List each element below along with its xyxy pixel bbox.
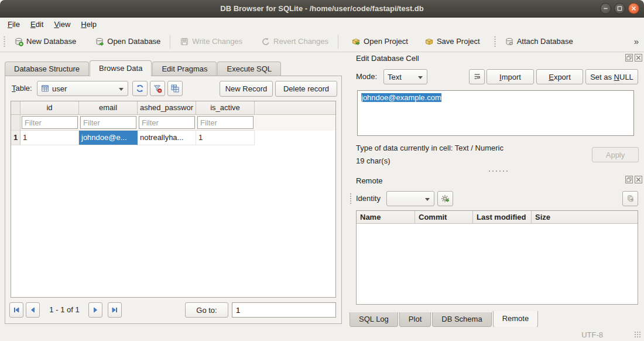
clone-database-button[interactable] xyxy=(622,191,638,206)
identity-label: Identity xyxy=(356,191,381,206)
menu-edit[interactable]: Edit xyxy=(25,18,49,31)
filter-input-email[interactable] xyxy=(80,116,136,129)
column-header-hashed-password[interactable]: ashed_passwor xyxy=(138,101,196,115)
new-database-button[interactable]: New Database xyxy=(9,34,81,49)
cell-id[interactable]: 1 xyxy=(20,131,79,145)
chevron-down-icon xyxy=(119,88,124,93)
remote-column-last-modified[interactable]: Last modified xyxy=(473,211,532,223)
resize-grip[interactable] xyxy=(634,331,641,338)
cell-editor-selected-text: johndoe@example.com xyxy=(361,93,441,102)
dock-close-icon xyxy=(636,55,641,60)
previous-page-icon xyxy=(29,306,36,313)
maximize-button[interactable] xyxy=(614,3,625,14)
remote-toolbar-handle[interactable] xyxy=(350,193,352,205)
tab-execute-sql[interactable]: Execute SQL xyxy=(217,62,281,76)
column-header-email[interactable]: email xyxy=(79,101,138,115)
table-select[interactable]: user xyxy=(37,81,128,96)
statusbar: UTF-8 xyxy=(0,327,644,341)
menu-view[interactable]: View xyxy=(49,18,76,31)
toolbar-overflow-button[interactable]: » xyxy=(634,36,639,46)
dock-float-button[interactable] xyxy=(625,54,633,62)
table-row: 1 1 johndoe@e... notreallyha... 1 xyxy=(11,131,335,145)
goto-button[interactable]: Go to: xyxy=(185,302,228,318)
toolbar-drag-handle[interactable] xyxy=(494,35,496,48)
column-header-is-active[interactable]: is_active xyxy=(196,101,255,115)
delete-record-button[interactable]: Delete record xyxy=(275,81,337,97)
refresh-button[interactable] xyxy=(132,81,148,96)
open-database-button[interactable]: Open Database xyxy=(90,34,166,49)
revert-changes-button[interactable]: Revert Changes xyxy=(256,34,334,49)
open-project-icon xyxy=(351,37,361,46)
write-changes-icon xyxy=(180,37,189,46)
filter-input-id[interactable] xyxy=(22,116,78,129)
dock-float-button[interactable] xyxy=(625,176,633,183)
grid-corner[interactable] xyxy=(11,101,20,115)
mode-select[interactable]: Text xyxy=(383,69,427,84)
attach-database-button[interactable]: Attach Database xyxy=(499,34,578,49)
encoding-label: UTF-8 xyxy=(581,330,603,339)
new-database-label: New Database xyxy=(26,37,76,46)
toolbar: New Database Open Database Write Changes xyxy=(0,31,644,52)
minimize-icon xyxy=(603,6,608,11)
tab-database-structure[interactable]: Database Structure xyxy=(5,62,89,76)
tab-browse-data[interactable]: Browse Data xyxy=(90,60,152,76)
toolbar-separator xyxy=(170,35,170,49)
goto-input[interactable] xyxy=(232,302,336,318)
save-table-button[interactable] xyxy=(167,81,183,96)
tab-remote[interactable]: Remote xyxy=(493,311,539,328)
window-title: DB Browser for SQLite - /home/user/code/… xyxy=(0,0,644,18)
first-page-icon xyxy=(13,306,20,313)
row-header[interactable]: 1 xyxy=(11,131,20,145)
grid-filter-row xyxy=(11,115,335,131)
open-project-button[interactable]: Open Project xyxy=(346,34,413,49)
last-page-button[interactable] xyxy=(108,302,122,318)
remote-column-commit[interactable]: Commit xyxy=(415,211,473,223)
cell-email-selected[interactable]: johndoe@e... xyxy=(79,131,138,145)
menu-help[interactable]: Help xyxy=(76,18,102,31)
write-changes-button[interactable]: Write Changes xyxy=(174,34,248,49)
table-label: Table: xyxy=(12,81,32,96)
import-button[interactable]: Import xyxy=(487,69,534,84)
cell-hashed-password[interactable]: notreallyha... xyxy=(138,131,196,145)
word-wrap-button[interactable] xyxy=(469,69,485,84)
browse-data-pane: Table: user xyxy=(5,76,342,324)
grid-filter-corner xyxy=(11,115,20,131)
tab-sql-log[interactable]: SQL Log xyxy=(350,312,398,327)
dock-close-button[interactable] xyxy=(635,54,642,62)
dock-close-button[interactable] xyxy=(635,176,642,183)
tab-edit-pragmas[interactable]: Edit Pragmas xyxy=(152,62,217,76)
first-page-button[interactable] xyxy=(9,302,23,318)
set-as-null-button[interactable]: Set as NULL xyxy=(585,69,638,84)
titlebar[interactable]: DB Browser for SQLite - /home/user/code/… xyxy=(0,0,644,18)
menu-file[interactable]: File xyxy=(2,18,25,31)
app-window: DB Browser for SQLite - /home/user/code/… xyxy=(0,0,644,341)
cell-char-count: 19 char(s) xyxy=(356,156,390,165)
cell-editor[interactable]: johndoe@example.com xyxy=(357,90,634,136)
filter-input-is-active[interactable] xyxy=(197,116,254,129)
save-project-icon xyxy=(424,37,434,46)
revert-changes-icon xyxy=(261,37,270,46)
remote-column-size[interactable]: Size xyxy=(532,211,638,223)
record-range-label: 1 - 1 of 1 xyxy=(43,302,86,318)
tab-plot[interactable]: Plot xyxy=(399,312,431,327)
tab-db-schema[interactable]: DB Schema xyxy=(432,312,491,327)
minimize-button[interactable] xyxy=(600,3,611,14)
cell-is-active[interactable]: 1 xyxy=(196,131,255,145)
column-header-id[interactable]: id xyxy=(20,101,79,115)
remote-column-name[interactable]: Name xyxy=(357,211,415,223)
apply-button[interactable]: Apply xyxy=(592,147,639,162)
export-button[interactable]: Export xyxy=(536,69,583,84)
dock-splitter-handle[interactable] xyxy=(488,170,509,172)
new-record-button[interactable]: New Record xyxy=(220,81,273,97)
identity-select[interactable] xyxy=(386,191,434,206)
previous-page-button[interactable] xyxy=(26,302,40,318)
save-project-button[interactable]: Save Project xyxy=(419,34,485,49)
clear-filters-button[interactable] xyxy=(150,81,165,96)
toolbar-drag-handle[interactable] xyxy=(3,35,6,48)
identity-settings-button[interactable] xyxy=(437,191,453,206)
close-button[interactable] xyxy=(628,3,639,14)
next-page-button[interactable] xyxy=(88,302,102,318)
filter-input-hashed-password[interactable] xyxy=(139,116,195,129)
table-icon xyxy=(41,84,49,93)
grid-header-row: id email ashed_passwor is_active xyxy=(11,101,335,115)
